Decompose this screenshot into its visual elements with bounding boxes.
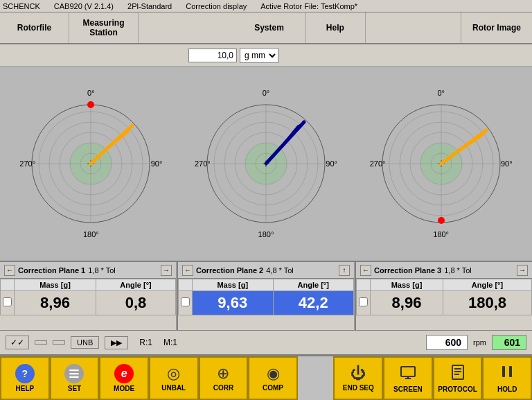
plane-2-icon-left[interactable]: ← — [182, 265, 193, 276]
set-icon — [64, 364, 84, 383]
degree-top-2: 0° — [263, 89, 270, 97]
plane-1-cb-header — [1, 279, 15, 291]
mode-label: 2Pl-Standard — [127, 2, 172, 10]
unbal-icon: ◎ — [167, 365, 180, 383]
menu-system[interactable]: System — [233, 12, 305, 43]
unit-select[interactable]: g mm g oz — [240, 48, 278, 63]
plane-3-mass-value: 8,96 — [371, 291, 443, 315]
plane-2: ← Correction Plane 2 4,8 * Tol ↑ Mass [g… — [178, 262, 355, 330]
plane-2-mass-value: 9,63 — [193, 291, 274, 315]
plane-3-icon-right[interactable]: → — [517, 265, 528, 276]
screen-button[interactable]: SCREEN — [383, 356, 433, 400]
plane-3-tol: 1,8 * Tol — [444, 266, 472, 275]
bottom-spacer — [298, 356, 334, 400]
plane-3-icon-left[interactable]: ← — [360, 265, 371, 276]
menu-rotorfile[interactable]: Rotorfile — [0, 12, 69, 43]
svg-rect-44 — [401, 367, 415, 376]
svg-point-38 — [438, 217, 445, 224]
unb-button[interactable]: UNB — [71, 336, 99, 349]
set-label: SET — [68, 385, 81, 392]
plane-3-cb-header — [357, 279, 371, 291]
skip-button[interactable]: ▶▶ — [105, 336, 128, 349]
degree-right-2: 90° — [326, 159, 337, 168]
rpm-actual: 601 — [492, 335, 526, 350]
emode-icon: e — [114, 364, 134, 383]
check-button[interactable]: ✓✓ — [6, 336, 29, 349]
rpm-label: rpm — [473, 338, 486, 347]
menu-measuring-station[interactable]: Measuring Station — [69, 12, 139, 43]
emode-button[interactable]: e MODE — [99, 356, 149, 400]
plane-1-icon-left[interactable]: ← — [4, 265, 15, 276]
degree-top-3: 0° — [437, 89, 445, 97]
comp-icon: ◉ — [267, 365, 280, 383]
help-button[interactable]: ? HELP — [0, 356, 50, 400]
svg-rect-52 — [509, 366, 512, 377]
help-icon: ? — [15, 364, 35, 383]
degree-bottom-1: 180° — [83, 230, 99, 238]
polar-svg-2 — [204, 101, 328, 226]
plane-2-cb-header — [179, 279, 193, 291]
plane-1-checkbox[interactable] — [1, 291, 15, 315]
svg-point-11 — [87, 101, 94, 108]
plane-2-checkbox[interactable] — [179, 291, 193, 315]
protocol-button[interactable]: PROTOCOL — [433, 356, 483, 400]
end-seq-button[interactable]: ⏻ END SEQ — [333, 356, 383, 400]
polar-svg-1 — [28, 101, 153, 226]
plane-2-angle-value: 42,2 — [273, 291, 354, 315]
plane-1-mass-value: 8,96 — [15, 291, 96, 315]
plane-1-name: Correction Plane 1 — [18, 266, 85, 275]
protocol-label: PROTOCOL — [438, 385, 477, 393]
plane-3-header: ← Correction Plane 3 1,8 * Tol → — [356, 262, 532, 279]
planes-section: ← Correction Plane 1 1,8 * Tol → Mass [g… — [0, 261, 532, 330]
plane-1-table: Mass [g] Angle [°] 8,96 0,8 — [0, 279, 176, 315]
plane-2-angle-header: Angle [°] — [273, 279, 354, 291]
polar-chart-3: 0° 180° 270° 90° — [369, 87, 514, 240]
main-polar-area: 0° 180° 270° 90° 0° — [0, 67, 532, 261]
hold-button[interactable]: HOLD — [482, 356, 532, 400]
protocol-icon — [450, 364, 466, 384]
end-seq-icon: ⏻ — [351, 365, 366, 383]
degree-left-3: 270° — [370, 159, 386, 168]
plane-2-icon-right[interactable]: ↑ — [339, 265, 350, 276]
toolbar-btn-1[interactable] — [35, 340, 47, 345]
corr-button[interactable]: ⊕ CORR — [199, 356, 249, 400]
plane-1-icon-right[interactable]: → — [161, 265, 172, 276]
app-version: CAB920 (V 2.1.4) — [54, 2, 114, 10]
degree-bottom-3: 180° — [433, 230, 449, 238]
plane-2-mass-header: Mass [g] — [193, 279, 274, 291]
hold-label: HOLD — [497, 385, 517, 393]
plane-3-angle-value: 180,8 — [443, 291, 531, 315]
svg-rect-43 — [70, 376, 80, 378]
menu-rotor-image[interactable]: Rotor Image — [461, 12, 532, 43]
emode-label: MODE — [114, 385, 134, 392]
svg-rect-41 — [70, 369, 80, 371]
screen-label: SCREEN — [393, 385, 423, 393]
set-button[interactable]: SET — [50, 356, 100, 400]
svg-rect-51 — [502, 366, 505, 377]
comp-label: COMP — [263, 384, 283, 392]
toolbar-btn-2[interactable] — [53, 340, 65, 345]
degree-left-1: 270° — [19, 159, 35, 168]
unbal-label: UNBAL — [161, 384, 186, 392]
plane-3-angle-header: Angle [°] — [443, 279, 531, 291]
help-label: HELP — [15, 385, 34, 392]
degree-bottom-2: 180° — [258, 230, 274, 238]
plane-3-checkbox[interactable] — [357, 291, 371, 315]
polar-chart-1: 0° 180° 270° 90° — [18, 87, 163, 240]
menu-help[interactable]: Help — [305, 12, 366, 43]
plane-1-tol: 1,8 * Tol — [88, 266, 116, 275]
plane-1: ← Correction Plane 1 1,8 * Tol → Mass [g… — [0, 262, 177, 330]
plane-1-header: ← Correction Plane 1 1,8 * Tol → — [0, 262, 176, 279]
plane-2-table: Mass [g] Angle [°] 9,63 42,2 — [178, 279, 354, 315]
polar-chart-2: 0° 180° 270° 90° — [193, 87, 339, 240]
rpm-setpoint: 600 — [426, 335, 468, 350]
plane-3-name: Correction Plane 3 — [374, 266, 441, 275]
comp-button[interactable]: ◉ COMP — [248, 356, 298, 400]
plane-1-angle-value: 0,8 — [96, 291, 176, 315]
degree-top-1: 0° — [87, 89, 95, 97]
value-input[interactable] — [188, 49, 237, 62]
corr-label: CORR — [213, 384, 233, 392]
bottom-bar: ? HELP SET e MODE ◎ UNBAL ⊕ CORR ◉ COMP … — [0, 355, 532, 400]
unbal-button[interactable]: ◎ UNBAL — [149, 356, 199, 400]
degree-right-1: 90° — [151, 159, 163, 168]
